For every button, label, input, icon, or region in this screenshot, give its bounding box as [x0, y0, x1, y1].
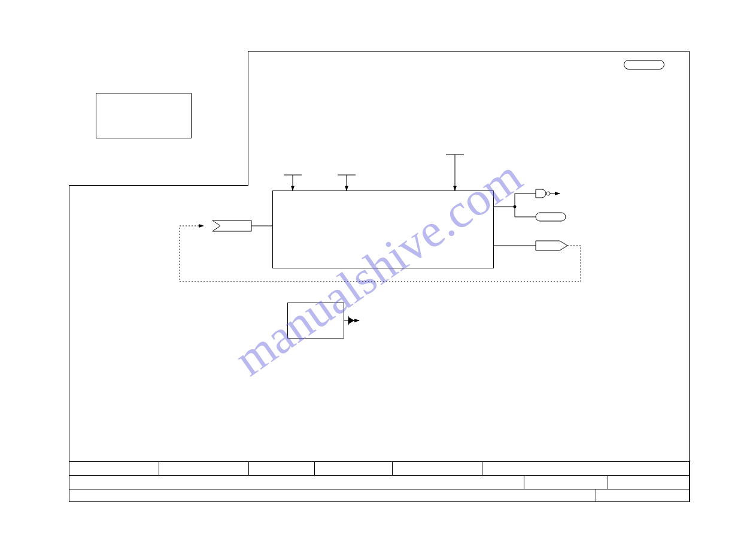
diagram-overlay [0, 0, 756, 535]
output-upper [494, 189, 566, 221]
output-lower [494, 241, 567, 250]
title-block-table [69, 461, 690, 502]
subblock-output [344, 316, 359, 325]
input-t-1 [284, 175, 302, 191]
dotted-feedback [180, 226, 581, 282]
svg-rect-15 [536, 213, 566, 221]
input-t-2 [338, 175, 356, 191]
input-l-3 [446, 155, 464, 191]
input-flag [212, 220, 272, 231]
svg-point-11 [546, 192, 550, 195]
